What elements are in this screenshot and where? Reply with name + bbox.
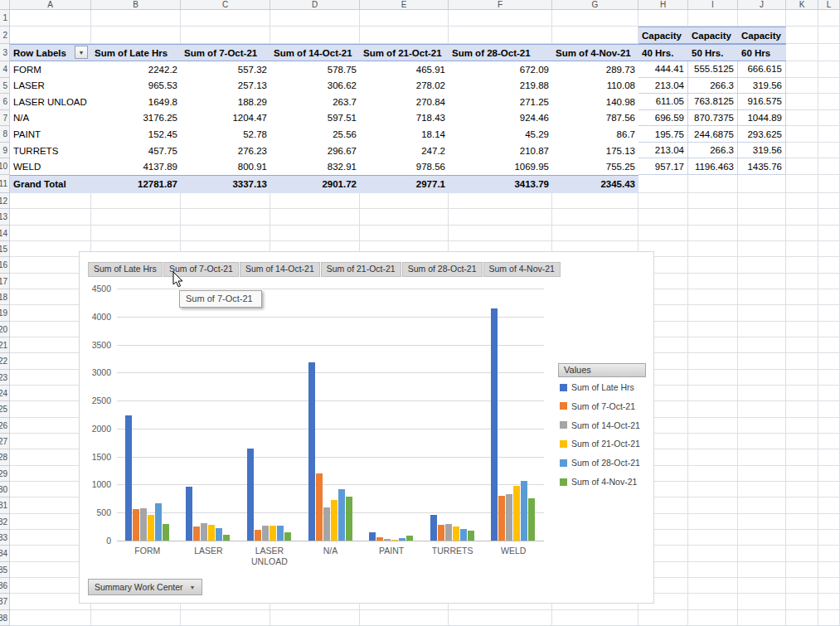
grid-cell[interactable] [10,27,91,44]
column-header-A[interactable]: A [10,0,91,10]
grid-cell[interactable] [738,482,786,497]
grid-cell[interactable] [449,610,552,626]
grid-cell[interactable] [786,241,818,257]
bar-sum-of-late-hrs[interactable] [369,532,376,541]
grid-cell[interactable] [738,193,786,209]
grid-cell[interactable] [818,143,840,159]
pivot-value-cell[interactable]: 45.29 [449,126,552,143]
capacity-value-cell[interactable]: 763.8125 [688,94,738,110]
grid-cell[interactable] [818,241,840,257]
row-header-31[interactable]: 31 [0,497,10,513]
grid-cell[interactable] [360,10,449,27]
grid-cell[interactable] [360,209,449,225]
row-header-10[interactable]: 10 [0,158,10,175]
grid-cell[interactable] [688,274,738,289]
grid-cell[interactable] [818,193,840,209]
grid-cell[interactable] [91,10,181,27]
row-header-22[interactable]: 22 [0,353,10,369]
grand-total-label[interactable]: Grand Total [10,175,91,193]
row-header-11[interactable]: 11 [0,175,10,193]
grid-cell[interactable] [786,449,818,465]
grid-cell[interactable] [688,322,738,337]
grid-cell[interactable] [818,466,840,482]
bar-sum-of-21-oct-21[interactable] [453,527,459,541]
grid-cell[interactable] [818,514,840,530]
grid-cell[interactable] [738,530,786,546]
pivot-row-label[interactable]: FORM [10,61,91,78]
pivot-value-cell[interactable]: 25.56 [270,126,360,143]
pivot-column-header[interactable]: Sum of 14-Oct-21 [270,44,360,61]
capacity-subheader[interactable]: 50 Hrs. [688,44,738,61]
grid-cell[interactable] [738,514,786,530]
grid-cell[interactable] [270,10,360,27]
row-header-5[interactable]: 5 [0,78,10,95]
pivot-value-cell[interactable]: 718.43 [360,110,449,127]
grid-cell[interactable] [738,274,786,289]
grid-cell[interactable] [270,193,360,209]
row-header-15[interactable]: 15 [0,241,10,257]
bar-sum-of-28-oct-21[interactable] [155,503,162,541]
grid-cell[interactable] [449,10,552,27]
column-header-C[interactable]: C [181,0,270,10]
pivot-column-header[interactable]: Sum of Late Hrs [91,44,181,61]
capacity-value-cell[interactable]: 293.625 [738,126,786,143]
pivot-column-header[interactable]: Sum of 7-Oct-21 [181,44,270,61]
grid-cell[interactable] [818,578,840,594]
grid-cell[interactable] [738,337,786,353]
bar-sum-of-late-hrs[interactable] [125,415,132,541]
grid-cell[interactable] [738,401,786,417]
grid-cell[interactable] [818,209,840,225]
bar-sum-of-21-oct-21[interactable] [513,486,520,541]
grid-cell[interactable] [688,562,738,578]
grid-cell[interactable] [688,10,738,27]
row-header-35[interactable]: 35 [0,562,10,578]
column-header-L[interactable]: L [818,0,840,10]
grid-cell[interactable] [738,578,786,594]
grid-cell[interactable] [449,27,552,44]
capacity-value-cell[interactable]: 916.575 [738,94,786,110]
pivot-column-header[interactable]: Sum of 21-Oct-21 [360,44,449,61]
grid-cell[interactable] [738,257,786,273]
row-header-12[interactable]: 12 [0,193,10,209]
grid-cell[interactable] [818,546,840,561]
grid-cell[interactable] [786,226,818,241]
grid-cell[interactable] [786,497,818,513]
row-header-30[interactable]: 30 [0,482,10,497]
grand-total-value[interactable]: 2977.1 [360,175,449,193]
grid-cell[interactable] [181,27,270,44]
capacity-value-cell[interactable]: 444.41 [638,61,688,78]
grid-cell[interactable] [818,126,840,143]
capacity-header[interactable]: Capacity [638,27,688,44]
grid-cell[interactable] [786,289,818,305]
pivot-value-cell[interactable]: 755.25 [552,158,638,175]
bar-sum-of-late-hrs[interactable] [430,515,437,541]
column-header-E[interactable]: E [360,0,449,10]
grand-total-value[interactable]: 2345.43 [552,175,638,193]
grid-cell[interactable] [181,209,270,225]
grid-cell[interactable] [10,209,91,225]
capacity-value-cell[interactable]: 266.3 [688,78,738,95]
bar-sum-of-28-oct-21[interactable] [521,481,527,541]
grid-cell[interactable] [688,610,738,626]
pivot-value-cell[interactable]: 1204.47 [181,110,270,127]
pivot-value-cell[interactable]: 4137.89 [91,158,181,175]
pivot-value-cell[interactable]: 296.67 [270,143,360,159]
bar-sum-of-7-oct-21[interactable] [316,473,323,541]
pivot-value-cell[interactable]: 18.14 [360,126,449,143]
row-header-2[interactable]: 2 [0,27,10,44]
pivot-value-cell[interactable]: 219.88 [449,78,552,95]
bar-sum-of-21-oct-21[interactable] [148,515,154,541]
grid-cell[interactable] [181,193,270,209]
row-header-27[interactable]: 27 [0,434,10,449]
pivot-value-cell[interactable]: 140.98 [552,94,638,110]
grid-cell[interactable] [786,466,818,482]
pivot-value-cell[interactable]: 965.53 [91,78,181,95]
grid-cell[interactable] [818,27,840,44]
axis-field-button[interactable]: Summary Work Center ▼ [88,579,202,595]
grid-cell[interactable] [738,594,786,609]
grid-cell[interactable] [688,594,738,609]
grid-cell[interactable] [688,530,738,546]
pivot-row-label[interactable]: LASER [10,78,91,95]
pivot-value-cell[interactable]: 832.91 [270,158,360,175]
grid-cell[interactable] [91,610,181,626]
